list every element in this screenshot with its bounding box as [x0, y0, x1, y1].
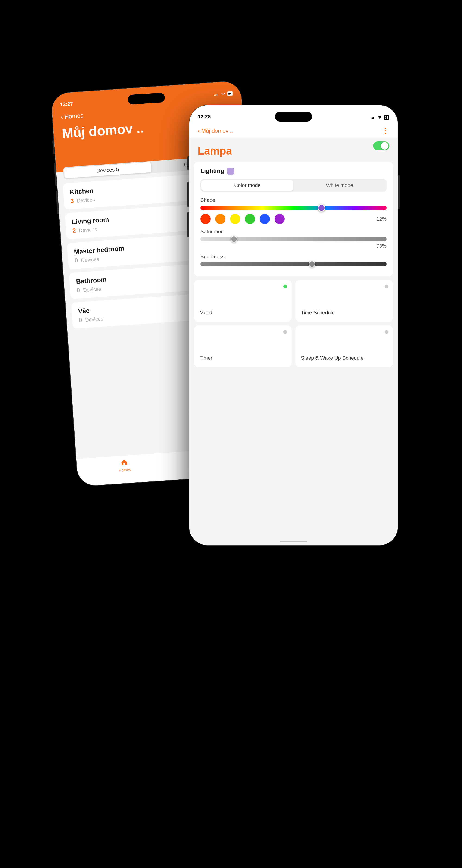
chevron-left-icon: ‹ — [61, 113, 63, 121]
brightness-thumb[interactable] — [309, 260, 315, 268]
shade-track[interactable] — [201, 206, 387, 210]
wifi-icon-2 — [377, 116, 382, 119]
tab-white-mode[interactable]: White mode — [294, 180, 386, 191]
room-count-master: 0 — [74, 257, 78, 264]
power-button-2[interactable] — [398, 175, 400, 210]
color-dot-purple[interactable] — [275, 214, 285, 224]
saturation-track[interactable] — [201, 237, 387, 241]
color-dot-blue[interactable] — [260, 214, 270, 224]
room-label-bathroom: Devices — [83, 286, 101, 293]
saturation-label: Saturation — [201, 229, 387, 235]
tab-devices-label: Devices 5 — [96, 166, 119, 174]
room-label-living: Devices — [79, 226, 97, 233]
schedule-label: Time Schedule — [301, 309, 335, 316]
room-label-kitchen: Devices — [76, 197, 95, 204]
feature-card-timer[interactable]: Timer — [194, 326, 291, 367]
phone-2: 12:28 94 — [189, 105, 398, 545]
color-dot-red[interactable] — [201, 214, 211, 224]
shade-section: Shade 12% — [201, 197, 387, 224]
status-icons-2: 94 — [371, 115, 389, 120]
lamp-title: Lampa — [189, 140, 398, 159]
tab-color-mode[interactable]: Color mode — [202, 180, 294, 191]
color-dots: 12% — [201, 214, 387, 224]
mode-tabs: Color mode White mode — [201, 179, 387, 192]
phone-2-content: Lampa Lighting Color mode — [189, 138, 398, 545]
mood-status-dot — [283, 285, 287, 288]
svg-rect-0 — [214, 95, 215, 96]
tab-homes[interactable]: Homes — [76, 456, 172, 476]
room-label-vse: Devices — [85, 316, 103, 323]
shade-thumb[interactable] — [318, 204, 325, 212]
color-dot-green[interactable] — [245, 214, 255, 224]
phone-2-screen: 12:28 94 — [189, 105, 398, 545]
timer-label: Timer — [199, 355, 212, 362]
lamp-header: Lampa — [189, 138, 398, 162]
color-mode-label: Color mode — [234, 182, 260, 188]
feature-card-mood[interactable]: Mood — [194, 280, 291, 322]
toggle-switch[interactable] — [373, 142, 389, 150]
status-icons-1: 94 — [214, 91, 233, 97]
signal-icon-2 — [371, 116, 375, 119]
home-icon — [121, 459, 128, 467]
phone-2-back-btn[interactable]: ‹ Můj domov .. — [198, 127, 233, 134]
timer-status-dot — [283, 330, 287, 334]
svg-rect-4 — [371, 118, 371, 119]
feature-card-schedule[interactable]: Time Schedule — [295, 280, 393, 322]
color-swatch[interactable] — [227, 167, 234, 175]
phone-1-title: Můj domov .. — [61, 120, 144, 141]
saturation-section: Saturation 73% — [201, 229, 387, 249]
power-toggle[interactable] — [373, 142, 389, 151]
white-mode-label: White mode — [326, 182, 353, 188]
volume-up-button-2[interactable] — [187, 182, 189, 207]
svg-rect-5 — [372, 117, 373, 119]
room-count-bathroom: 0 — [76, 286, 80, 294]
saturation-thumb[interactable] — [230, 236, 238, 243]
phone-2-nav: ‹ Můj domov .. ⋮ — [189, 124, 398, 138]
home-indicator-2 — [280, 541, 307, 542]
shade-label: Shade — [201, 197, 387, 203]
lighting-header: Lighting — [201, 167, 387, 175]
room-label-master: Devices — [81, 256, 99, 263]
phone-1-back-label: Homes — [64, 112, 84, 120]
saturation-percent: 73% — [201, 243, 387, 249]
wifi-icon — [221, 92, 225, 96]
more-options-btn[interactable]: ⋮ — [381, 126, 389, 135]
scene: 12:27 94 — [46, 40, 416, 828]
tab-homes-label: Homes — [118, 468, 131, 473]
svg-rect-1 — [215, 94, 216, 96]
color-dot-orange[interactable] — [215, 214, 225, 224]
lighting-card: Lighting Color mode White mode — [194, 162, 393, 276]
mute-button-2[interactable] — [187, 156, 189, 170]
sleep-status-dot — [385, 330, 389, 334]
lighting-label: Lighting — [201, 167, 224, 175]
svg-rect-2 — [216, 94, 217, 96]
brightness-track[interactable] — [201, 262, 387, 266]
battery-2: 94 — [384, 115, 389, 120]
schedule-status-dot — [385, 285, 389, 288]
battery-1: 94 — [227, 91, 233, 96]
shade-percent: 12% — [376, 216, 387, 222]
dynamic-island-2 — [275, 112, 312, 122]
room-count-living: 2 — [72, 227, 76, 234]
signal-icon — [214, 93, 219, 96]
sleep-label: Sleep & Wake Up Schedule — [301, 355, 364, 362]
phone-2-back-label: Můj domov .. — [201, 128, 233, 134]
room-count-kitchen: 3 — [70, 197, 74, 205]
chevron-left-icon-2: ‹ — [198, 127, 200, 134]
feature-card-sleep[interactable]: Sleep & Wake Up Schedule — [295, 326, 393, 367]
brightness-section: Brightness — [201, 254, 387, 266]
svg-rect-6 — [373, 117, 374, 119]
color-dot-yellow[interactable] — [230, 214, 240, 224]
phone-1-back-btn[interactable]: ‹ Homes — [61, 112, 84, 121]
brightness-label: Brightness — [201, 254, 387, 260]
mood-label: Mood — [199, 309, 212, 316]
feature-grid: Mood Time Schedule Timer Sleep & Wake Up… — [194, 280, 393, 367]
room-count-vse: 0 — [79, 316, 83, 323]
volume-down-button-2[interactable] — [187, 212, 189, 237]
